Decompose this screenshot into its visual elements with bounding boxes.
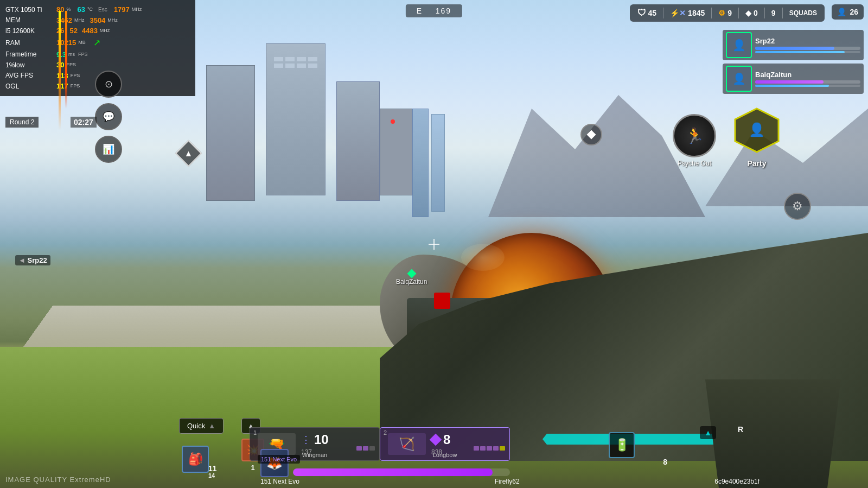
team-info-srp22: Srp22 <box>755 37 860 53</box>
longbow-rarity-icon <box>430 434 442 446</box>
round-timer: 02:27 <box>71 117 97 128</box>
squads-label: SQUADS <box>789 9 817 17</box>
evo-shield-label: 151 Next Evo <box>258 455 300 464</box>
party-hex-icon: 👤 <box>732 106 781 155</box>
image-quality-watermark: IMAGE QUALITY ExtremeHD <box>5 476 111 484</box>
shield-bar-baiqzaitun <box>755 85 829 87</box>
longbow-attachments <box>474 446 505 451</box>
attachment-dot <box>363 446 368 451</box>
hp-bar-bg-baiqzaitun <box>755 80 860 84</box>
psyche-out-icon-circle: 🏃 <box>673 114 716 157</box>
building-3 <box>336 81 380 201</box>
bottom-player-names: 151 Next Evo Firefly62 6c9e400e23b1f <box>260 478 760 485</box>
bag-current-count: 11 <box>208 464 217 473</box>
stat-divider-4 <box>764 8 765 18</box>
attachment-dot <box>369 446 375 451</box>
overlay-icon-1: ⊙ <box>95 71 122 98</box>
team-avatar-srp22: 👤 <box>726 32 752 58</box>
round-label: Round 2 <box>5 117 39 128</box>
attachment-dot <box>356 446 362 451</box>
attachment-dot <box>487 446 492 451</box>
attachment-dot <box>500 446 505 451</box>
bottom-hud: Quick ▲ ▲ 🎒 11 14 💥 1 1 🔫 ⋮ 10 137 Wi <box>0 412 868 488</box>
settings-icon[interactable]: ⚙ <box>784 193 811 220</box>
team-panel: 👤 Srp22 👤 BaiqZaitun <box>723 30 864 97</box>
shield-bar-srp22 <box>755 51 845 53</box>
hp-bar-srp22 <box>755 47 834 50</box>
shield-bar-bg-srp22 <box>755 51 860 53</box>
overlay-icon-2: 💬 <box>95 103 122 130</box>
enemy-marker <box>391 119 395 124</box>
shield-stat: 🛡 45 <box>637 8 657 18</box>
compass-nav-diamond <box>587 130 596 140</box>
attachment-dot <box>480 446 486 451</box>
team-member-baiqzaitun: 👤 BaiqZaitun <box>723 64 864 94</box>
perf-bar-1 <box>59 11 61 130</box>
health-bar-area <box>293 468 510 476</box>
material-stat: ◆ 0 <box>745 9 758 17</box>
weapon-slot-2[interactable]: 2 🏹 8 838 Longbow <box>380 427 510 461</box>
backpack-icon: 🎒 <box>182 446 209 473</box>
building-2 <box>266 43 326 195</box>
stat-divider-3 <box>738 8 739 18</box>
r-key-indicator: R <box>738 425 743 434</box>
compass-nav-widget <box>580 124 602 145</box>
scope-glare <box>461 244 505 271</box>
shield-cell-icon: 🔋 <box>609 432 635 458</box>
shield-bar-bg-baiqzaitun <box>755 85 860 87</box>
teammate-left-indicator: ◄ Srp22 <box>15 255 50 265</box>
score-stat: 9 <box>771 9 776 17</box>
health-bar-background <box>293 468 510 476</box>
longbow-icon: 🏹 <box>388 433 426 455</box>
hp-bar-baiqzaitun <box>755 80 824 84</box>
crafting-stat: ⚙ 9 <box>718 9 732 17</box>
perf-bar-2 <box>65 11 67 109</box>
building-4 <box>380 109 412 195</box>
building-1 <box>206 65 255 201</box>
top-right-stats-bar: 🛡 45 ⚡✕ 1845 ⚙ 9 ◆ 0 9 SQUADS <box>630 4 825 22</box>
quick-button[interactable]: Quick ▲ <box>179 418 224 434</box>
psyche-out-ability[interactable]: 🏃 Psyche Out <box>673 114 716 167</box>
svg-text:👤: 👤 <box>749 122 765 137</box>
team-avatar-baiqzaitun: 👤 <box>726 66 752 92</box>
hp-bar-bg-srp22 <box>755 47 860 50</box>
crafting-icon: ⚙ <box>718 9 725 17</box>
team-member-srp22: 👤 Srp22 <box>723 30 864 60</box>
player-diamond-icon <box>407 269 416 278</box>
attachment-dot <box>474 446 479 451</box>
overlay-icon-3: 📊 <box>95 136 122 163</box>
ammo-crafting-stat: ⚡✕ 1845 <box>670 9 705 17</box>
player-icon: 👤 <box>837 8 846 16</box>
stat-divider-2 <box>711 8 712 18</box>
wingman-attachments <box>356 446 375 451</box>
shield-cell-count: 8 <box>663 458 667 466</box>
player-marker-baiqzaitun: BaiqZaitun <box>396 270 427 286</box>
attachment-dot <box>493 446 499 451</box>
ammo-reserve-display: ▲ <box>700 426 716 439</box>
wingman-ammo-icon: ⋮ <box>301 434 311 446</box>
scope-red-detail <box>434 293 450 309</box>
compass-bar: E 169 <box>406 4 462 17</box>
material-icon: ◆ <box>745 9 751 17</box>
health-bar-fill <box>293 468 493 476</box>
team-info-baiqzaitun: BaiqZaitun <box>755 71 860 87</box>
stat-divider-5 <box>782 8 783 18</box>
stat-divider-1 <box>663 8 663 18</box>
overlay-icons: ⊙ 💬 📊 <box>95 71 122 163</box>
party-ability[interactable]: 👤 Party <box>732 106 781 168</box>
shield-stat-icon: 🛡 <box>637 8 646 18</box>
player-count-display: 👤 26 <box>832 4 864 20</box>
bag-max-count: 14 <box>208 472 215 479</box>
ammo-icon: ⚡✕ <box>670 9 686 17</box>
